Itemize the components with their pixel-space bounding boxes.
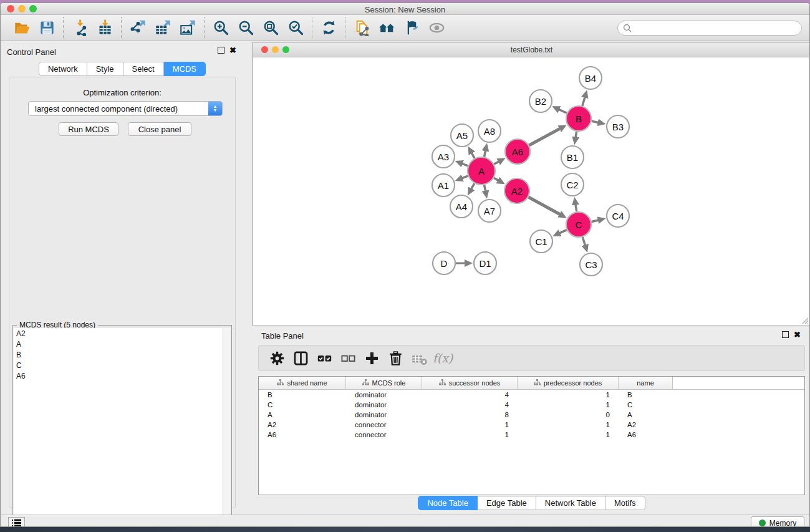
edge-B-B4[interactable] [582, 97, 585, 106]
select-all-checkboxes-icon[interactable] [312, 347, 336, 369]
result-scrollbar[interactable] [223, 328, 231, 527]
node-C2[interactable]: C2 [561, 173, 584, 196]
settings-gear-icon[interactable] [265, 347, 289, 369]
save-icon[interactable] [34, 17, 59, 39]
table-row[interactable]: A6connector11A6 [259, 430, 804, 440]
app-titlebar[interactable]: Session: New Session [1, 3, 809, 15]
node-A2[interactable]: A2 [504, 178, 529, 203]
clone-network-icon[interactable] [349, 17, 374, 39]
edge-A-A8[interactable] [485, 150, 486, 157]
table-close-panel-icon[interactable]: ✖ [794, 331, 801, 338]
table-row[interactable]: Cdominator41C [259, 400, 804, 410]
node-C4[interactable]: C4 [607, 205, 629, 227]
tab-motifs[interactable]: Motifs [605, 496, 645, 510]
node-A5[interactable]: A5 [451, 124, 473, 147]
edge-C-C1[interactable] [559, 230, 567, 233]
import-network-icon[interactable] [67, 17, 92, 39]
edge-A-A1[interactable] [462, 176, 468, 178]
node-A7[interactable]: A7 [478, 200, 501, 222]
tab-node-table[interactable]: Node Table [418, 496, 478, 510]
open-file-icon[interactable] [9, 17, 34, 39]
node-A4[interactable]: A4 [450, 195, 473, 218]
search-box[interactable] [617, 21, 802, 36]
zoom-out-icon[interactable] [233, 17, 258, 39]
tab-network-table[interactable]: Network Table [536, 496, 605, 510]
edge-B-B1[interactable] [576, 132, 577, 138]
edge-A-A3[interactable] [462, 163, 468, 166]
tab-network[interactable]: Network [39, 62, 87, 76]
toggle-details-icon[interactable] [399, 17, 424, 39]
table-row[interactable]: Adominator80A [259, 410, 804, 420]
node-C1[interactable]: C1 [530, 230, 552, 253]
resize-grip[interactable] [800, 316, 809, 324]
edge-A-A5[interactable] [471, 153, 475, 158]
mcds-result-item[interactable]: A2 [14, 328, 223, 339]
column-header-name[interactable]: name [619, 377, 673, 389]
tab-style[interactable]: Style [87, 62, 123, 76]
table-row[interactable]: Bdominator41B [259, 390, 804, 400]
export-network-icon[interactable] [125, 17, 150, 39]
edge-A-A4[interactable] [471, 183, 475, 189]
edge-A-A7[interactable] [485, 185, 486, 191]
mcds-result-list[interactable]: A2ABCA6 [14, 328, 223, 527]
tab-mcds[interactable]: MCDS [164, 62, 206, 76]
node-B[interactable]: B [566, 106, 591, 131]
node-D[interactable]: D [433, 252, 455, 274]
mcds-result-item[interactable]: C [14, 360, 223, 370]
node-B1[interactable]: B1 [561, 146, 584, 168]
table-float-panel-icon[interactable] [782, 331, 789, 338]
export-image-icon[interactable] [175, 17, 200, 39]
delete-table-icon[interactable] [407, 347, 431, 369]
memory-button[interactable]: Memory [751, 516, 804, 527]
tab-select[interactable]: Select [123, 62, 164, 76]
column-header-successor-nodes[interactable]: successor nodes [422, 377, 518, 389]
session-home-icon[interactable] [374, 17, 399, 39]
edge-B-B3[interactable] [592, 121, 599, 122]
task-history-button[interactable] [8, 517, 25, 527]
column-header-shared-name[interactable]: shared name [259, 377, 346, 389]
edge-C-C2[interactable] [576, 205, 577, 212]
node-A8[interactable]: A8 [478, 120, 501, 142]
node-D1[interactable]: D1 [474, 252, 496, 274]
node-B3[interactable]: B3 [607, 115, 629, 138]
close-panel-icon[interactable]: ✖ [229, 47, 236, 54]
edge-A-A2[interactable] [494, 178, 498, 180]
column-header-predecessor-nodes[interactable]: predecessor nodes [518, 377, 619, 389]
node-A1[interactable]: A1 [432, 174, 455, 196]
edge-C-C4[interactable] [591, 220, 598, 222]
mcds-result-item[interactable]: A [14, 339, 223, 349]
node-B2[interactable]: B2 [529, 90, 552, 112]
clear-checkboxes-icon[interactable] [336, 347, 360, 369]
export-table-icon[interactable] [150, 17, 175, 39]
table-row[interactable]: A2connector11A2 [259, 420, 804, 430]
zoom-selected-icon[interactable] [283, 17, 308, 39]
search-input[interactable] [632, 24, 788, 32]
network-window-titlebar[interactable]: testGlobe.txt [253, 42, 810, 57]
zoom-in-icon[interactable] [208, 17, 233, 39]
edge-B-B2[interactable] [559, 109, 567, 113]
zoom-fit-icon[interactable] [258, 17, 283, 39]
node-C[interactable]: C [566, 212, 591, 237]
import-table-icon[interactable] [92, 17, 117, 39]
float-panel-icon[interactable] [218, 47, 224, 54]
node-A6[interactable]: A6 [505, 139, 530, 164]
network-canvas[interactable]: AA6A2BCA1A3A4A5A7A8B1B2B3B4C1C2C3C4DD1 [253, 57, 810, 326]
edge-C-C3[interactable] [582, 237, 585, 245]
show-hide-icon[interactable] [424, 17, 449, 39]
criterion-dropdown[interactable]: largest connected component (directed) ▲… [28, 101, 223, 116]
mcds-result-item[interactable]: B [14, 349, 223, 360]
edge-A-A6[interactable] [494, 162, 499, 164]
node-B4[interactable]: B4 [579, 67, 602, 89]
node-A[interactable]: A [468, 157, 495, 185]
mcds-result-item[interactable]: A6 [14, 370, 223, 381]
node-C3[interactable]: C3 [580, 253, 602, 276]
close-panel-button[interactable]: Close panel [128, 122, 191, 136]
split-view-icon[interactable] [289, 347, 312, 369]
delete-icon[interactable] [383, 347, 407, 369]
refresh-icon[interactable] [316, 17, 341, 39]
node-A3[interactable]: A3 [432, 145, 455, 168]
run-mcds-button[interactable]: Run MCDS [59, 122, 118, 136]
tab-edge-table[interactable]: Edge Table [478, 496, 536, 510]
edge-A6-B[interactable] [529, 128, 560, 145]
edge-A2-C[interactable] [528, 197, 560, 215]
